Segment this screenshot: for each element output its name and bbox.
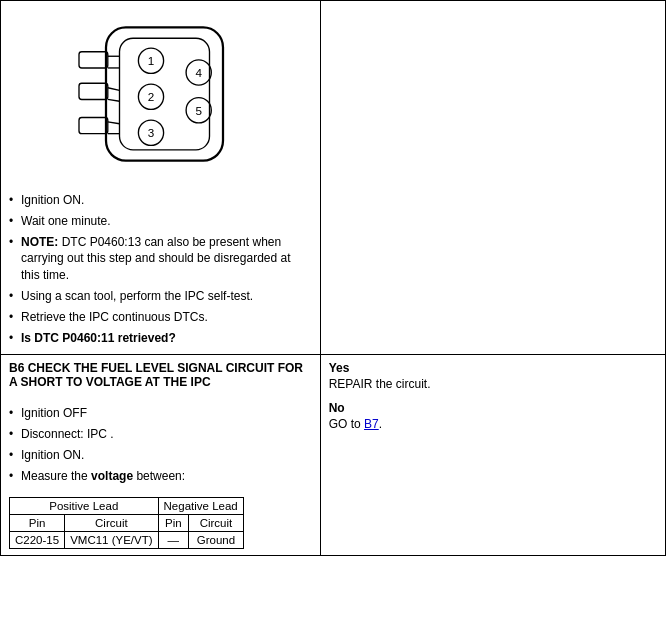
b6-left-cell: B6 CHECK THE FUEL LEVEL SIGNAL CIRCUIT F… xyxy=(1,355,321,555)
connector-svg: 1 2 3 4 5 xyxy=(70,17,250,172)
bullet-scan-tool: Using a scan tool, perform the IPC self-… xyxy=(9,286,312,307)
row1-pin-neg: — xyxy=(158,531,189,548)
bullet-retrieve: Retrieve the IPC continuous DTCs. xyxy=(9,307,312,328)
svg-text:2: 2 xyxy=(148,90,155,103)
bullet-note: NOTE: DTC P0460:13 can also be present w… xyxy=(9,232,312,286)
svg-rect-1 xyxy=(120,38,210,150)
col-circuit-neg: Circuit xyxy=(189,514,244,531)
yes-label: Yes xyxy=(329,361,657,375)
b6-bullet-disconnect: Disconnect: IPC . xyxy=(9,424,312,445)
svg-rect-2 xyxy=(79,52,108,68)
svg-text:5: 5 xyxy=(196,104,203,117)
row1-pin-pos: C220-15 xyxy=(10,531,65,548)
b6-bullet-list: Ignition OFF Disconnect: IPC . Ignition … xyxy=(9,395,312,486)
voltage-measurement-table: Positive Lead Negative Lead Pin Circuit … xyxy=(9,497,244,549)
svg-rect-0 xyxy=(106,27,223,160)
top-left-cell: 1 2 3 4 5 Ignition ON. Wait one m xyxy=(1,1,321,355)
svg-line-7 xyxy=(108,88,120,91)
bullet-ignition-on: Ignition ON. xyxy=(9,190,312,211)
b6-bullet-ignition-on: Ignition ON. xyxy=(9,445,312,466)
top-right-cell xyxy=(320,1,665,355)
positive-lead-header: Positive Lead xyxy=(10,497,159,514)
row1-circuit-pos: VMC11 (YE/VT) xyxy=(65,531,158,548)
b6-header: B6 CHECK THE FUEL LEVEL SIGNAL CIRCUIT F… xyxy=(9,361,312,395)
col-pin-neg: Pin xyxy=(158,514,189,531)
svg-text:3: 3 xyxy=(148,126,155,139)
b6-bullet-ignition-off: Ignition OFF xyxy=(9,403,312,424)
svg-text:1: 1 xyxy=(148,54,155,67)
no-label: No xyxy=(329,401,657,415)
no-text: GO to B7. xyxy=(329,417,657,431)
connector-diagram: 1 2 3 4 5 xyxy=(9,7,312,182)
bullet-question: Is DTC P0460:11 retrieved? xyxy=(9,328,312,349)
b7-link[interactable]: B7 xyxy=(364,417,379,431)
b6-right-cell: Yes REPAIR the circuit. No GO to B7. xyxy=(320,355,665,555)
col-pin-pos: Pin xyxy=(10,514,65,531)
row1-circuit-neg: Ground xyxy=(189,531,244,548)
top-bullet-list: Ignition ON. Wait one minute. NOTE: DTC … xyxy=(9,182,312,348)
svg-text:4: 4 xyxy=(196,66,203,79)
col-circuit-pos: Circuit xyxy=(65,514,158,531)
bullet-wait: Wait one minute. xyxy=(9,211,312,232)
svg-line-8 xyxy=(108,99,120,101)
b6-bullet-measure: Measure the voltage between: xyxy=(9,466,312,487)
yes-text: REPAIR the circuit. xyxy=(329,377,657,391)
svg-rect-4 xyxy=(79,117,108,133)
svg-rect-3 xyxy=(79,83,108,99)
svg-line-9 xyxy=(108,122,120,124)
negative-lead-header: Negative Lead xyxy=(158,497,243,514)
